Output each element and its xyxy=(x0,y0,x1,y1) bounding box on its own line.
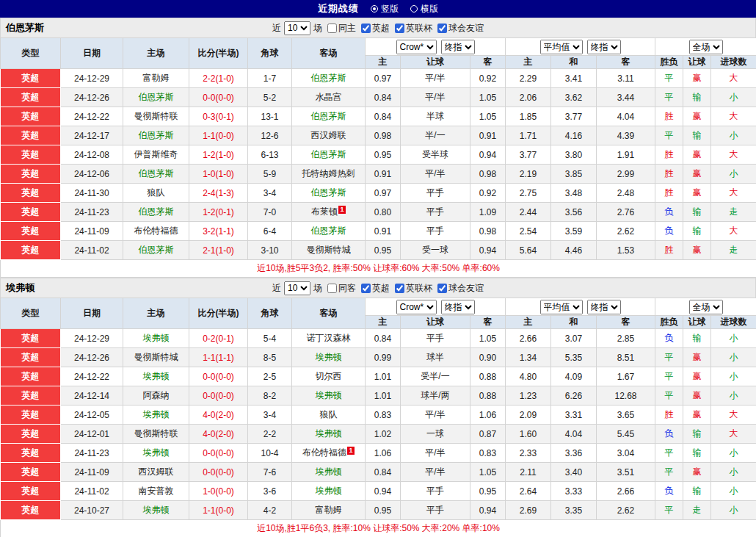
cell-result-handicap: 赢 xyxy=(683,406,711,425)
cell-result-goals: 小 xyxy=(711,463,756,482)
league-filter-checkbox[interactable]: 英超 xyxy=(361,22,390,35)
cell-score: 2-4(1-3) xyxy=(189,184,248,203)
cell-corners: 5-2 xyxy=(248,88,292,107)
cell-avg-home: 2.19 xyxy=(506,165,551,184)
final-odds-select[interactable]: 终指 xyxy=(441,40,475,54)
league-checkbox-input[interactable] xyxy=(395,24,404,33)
league-filter-checkbox[interactable]: 英联杯 xyxy=(395,22,432,35)
cell-away-team: 伯恩茅斯 xyxy=(292,69,366,88)
final-odds-select[interactable]: 终指 xyxy=(441,300,475,314)
cell-league: 英超 xyxy=(1,425,61,444)
cell-avg-away: 3.65 xyxy=(597,406,655,425)
league-checkbox-input[interactable] xyxy=(437,284,447,293)
cell-result-goals: 小 xyxy=(711,386,756,406)
cell-avg-away: 1.67 xyxy=(597,367,655,386)
cell-home-odds: 0.80 xyxy=(366,203,401,222)
layout-radio-vertical[interactable]: 竖版 xyxy=(371,3,399,15)
cell-home-team: 西汉姆联 xyxy=(123,463,189,482)
cell-league: 英超 xyxy=(1,222,61,241)
same-venue-checkbox-input[interactable] xyxy=(327,284,337,293)
cell-avg-draw: 3.59 xyxy=(551,222,597,241)
match-row: 英超24-12-22曼彻斯特联0-3(0-1)13-1伯恩茅斯0.84半球1.0… xyxy=(1,107,756,126)
radio-vertical-label: 竖版 xyxy=(381,3,399,15)
cell-handicap: 球半 xyxy=(401,348,470,367)
final-odds-select[interactable]: 终指 xyxy=(587,40,621,54)
cell-handicap: 一球 xyxy=(401,425,470,444)
cell-home-team: 伊普斯维奇 xyxy=(123,145,189,165)
league-checkbox-input[interactable] xyxy=(361,24,371,33)
cell-avg-draw: 4.09 xyxy=(551,367,597,386)
cell-score: 0-0(0-0) xyxy=(189,463,248,482)
layout-radio-horizontal[interactable]: 横版 xyxy=(410,3,438,15)
cell-avg-draw: 3.35 xyxy=(551,501,597,520)
cell-result-outcome: 胜 xyxy=(655,145,683,165)
cell-home-team: 埃弗顿 xyxy=(123,444,189,463)
league-filter-checkbox[interactable]: 球会友谊 xyxy=(437,22,484,35)
header-group: Crow*终指 xyxy=(366,38,506,56)
cell-avg-draw: 4.04 xyxy=(551,425,597,444)
cell-corners: 8-5 xyxy=(248,348,292,367)
cell-league: 英超 xyxy=(1,184,61,203)
cell-away-odds: 0.94 xyxy=(470,145,506,165)
column-header: 日期 xyxy=(61,298,123,329)
league-filter-checkbox[interactable]: 球会友谊 xyxy=(437,282,484,295)
league-filter-checkbox[interactable]: 英超 xyxy=(361,282,390,295)
bookmaker-select[interactable]: Crow* xyxy=(396,40,437,54)
cell-away-odds: 0.94 xyxy=(470,241,506,260)
cell-away-team: 埃弗顿 xyxy=(292,482,366,501)
cell-corners: 5-4 xyxy=(248,329,292,348)
league-filter-checkbox[interactable]: 英联杯 xyxy=(395,282,432,295)
cell-result-goals: 走 xyxy=(711,203,756,222)
cell-league: 英超 xyxy=(1,482,61,501)
recent-label: 近 xyxy=(272,282,281,295)
same-venue-checkbox[interactable]: 同客 xyxy=(327,282,356,295)
recent-count-select[interactable]: 10 xyxy=(284,21,310,35)
cell-corners: 12-6 xyxy=(248,126,292,145)
league-checkbox-input[interactable] xyxy=(361,284,371,293)
column-subheader: 主 xyxy=(366,316,401,329)
average-select[interactable]: 平均值 xyxy=(540,40,583,54)
league-checkbox-input[interactable] xyxy=(437,24,447,33)
same-venue-label: 同主 xyxy=(338,22,356,35)
cell-avg-home: 1.71 xyxy=(506,126,551,145)
cell-avg-draw: 4.16 xyxy=(551,126,597,145)
cell-avg-home: 2.75 xyxy=(506,184,551,203)
same-venue-checkbox[interactable]: 同主 xyxy=(327,22,356,35)
average-select[interactable]: 平均值 xyxy=(540,300,583,314)
cell-away-team: 诺丁汉森林 xyxy=(292,329,366,348)
cell-league: 英超 xyxy=(1,406,61,425)
cell-avg-draw: 6.26 xyxy=(551,386,597,406)
cell-result-handicap: 赢 xyxy=(683,184,711,203)
cell-away-odds: 0.94 xyxy=(470,501,506,520)
league-checkbox-input[interactable] xyxy=(395,284,404,293)
column-subheader: 让球 xyxy=(401,316,470,329)
cell-avg-away: 3.11 xyxy=(597,69,655,88)
cell-league: 英超 xyxy=(1,88,61,107)
cell-avg-home: 1.34 xyxy=(506,348,551,367)
bookmaker-select[interactable]: Crow* xyxy=(396,300,437,314)
recent-count-select[interactable]: 10 xyxy=(284,281,310,295)
cell-league: 英超 xyxy=(1,348,61,367)
cell-avg-draw: 3.62 xyxy=(551,88,597,107)
cell-home-team: 伯恩茅斯 xyxy=(123,203,189,222)
cell-score: 1-1(1-1) xyxy=(189,348,248,367)
cell-avg-home: 5.64 xyxy=(506,241,551,260)
cell-avg-home: 2.06 xyxy=(506,88,551,107)
cell-date: 24-12-01 xyxy=(61,425,123,444)
cell-league: 英超 xyxy=(1,203,61,222)
match-scope-select[interactable]: 全场 xyxy=(689,300,723,314)
cell-result-outcome: 平 xyxy=(655,348,683,367)
cell-result-handicap: 赢 xyxy=(683,165,711,184)
cell-result-goals: 大 xyxy=(711,184,756,203)
same-venue-checkbox-input[interactable] xyxy=(327,24,337,33)
cell-avg-away: 2.85 xyxy=(597,329,655,348)
cell-score: 1-0(0-0) xyxy=(189,482,248,501)
cell-corners: 2-2 xyxy=(248,425,292,444)
cell-result-outcome: 负 xyxy=(655,329,683,348)
match-scope-select[interactable]: 全场 xyxy=(689,40,723,54)
cell-away-odds: 0.88 xyxy=(470,367,506,386)
cell-home-team: 狼队 xyxy=(123,184,189,203)
final-odds-select[interactable]: 终指 xyxy=(587,300,621,314)
cell-home-odds: 1.02 xyxy=(366,425,401,444)
cell-score: 0-0(0-0) xyxy=(189,386,248,406)
